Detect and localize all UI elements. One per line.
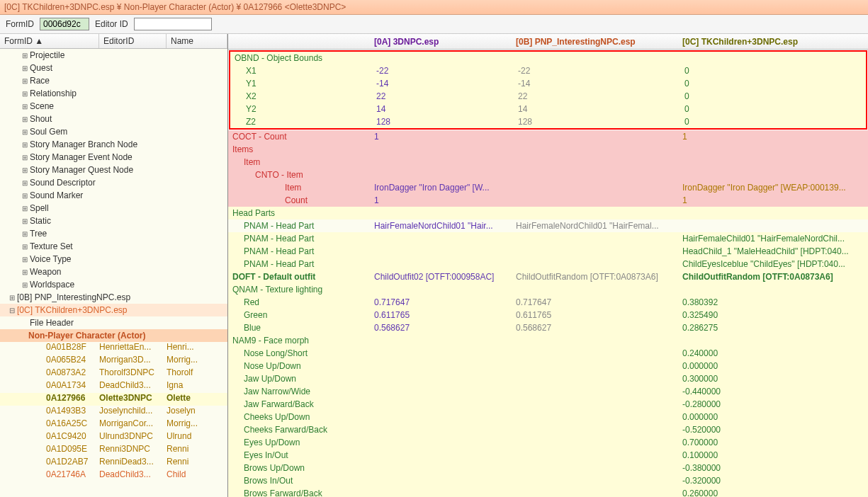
npc-row[interactable]: 0A21746ADeadChild3...Child: [0, 469, 227, 482]
col-editorid[interactable]: EditorID: [99, 34, 167, 48]
col-source-c[interactable]: [0C] TKChildren+3DNPC.esp: [678, 35, 868, 49]
data-row[interactable]: Green0.6117650.6117650.325490: [228, 309, 868, 321]
data-row[interactable]: DOFT - Default outfitChildOutfit02 [OTFT…: [228, 270, 868, 283]
data-row[interactable]: Cheeks Farward/Back-0.520000: [228, 423, 868, 436]
expand-icon[interactable]: ⊞: [20, 268, 30, 276]
tree-item[interactable]: ⊞Story Manager Quest Node: [0, 164, 227, 176]
expand-icon[interactable]: ⊞: [20, 103, 30, 110]
tree-item[interactable]: ⊞Relationship: [0, 87, 227, 100]
expand-icon[interactable]: ⊞: [20, 128, 30, 136]
tree-item[interactable]: ⊞Soul Gem: [0, 125, 227, 138]
data-row[interactable]: Cheeks Up/Down0.000000: [228, 411, 868, 423]
data-row[interactable]: Item: [228, 156, 868, 168]
data-row[interactable]: PNAM - Head PartHeadChild_1 "MaleHeadChi…: [228, 245, 868, 258]
data-row[interactable]: Y1-14-140: [230, 77, 866, 90]
expand-icon[interactable]: ⊞: [20, 52, 30, 59]
col-source-b[interactable]: [0B] PNP_InterestingNPC.esp: [512, 35, 678, 49]
col-formid[interactable]: FormID ▲: [0, 34, 99, 48]
formid-input[interactable]: [40, 18, 89, 30]
npc-row[interactable]: 0A0873A2Thorolf3DNPCThorolf: [0, 367, 227, 380]
expand-icon[interactable]: ⊞: [20, 64, 30, 72]
tree-item[interactable]: ⊞Quest: [0, 62, 227, 74]
expand-icon[interactable]: ⊞: [20, 281, 30, 289]
data-row[interactable]: QNAM - Texture lighting: [228, 283, 868, 296]
col-name[interactable]: Name: [167, 34, 227, 48]
data-row[interactable]: Nose Up/Down0.000000: [228, 360, 868, 372]
data-row[interactable]: X222220: [230, 90, 866, 103]
data-row[interactable]: Eyes In/Out0.100000: [228, 449, 868, 462]
expand-icon[interactable]: ⊞: [20, 179, 30, 187]
col-source-a[interactable]: [0A] 3DNPC.esp: [370, 35, 512, 49]
tree-item[interactable]: ⊞Texture Set: [0, 240, 227, 253]
data-row[interactable]: Y214140: [230, 103, 866, 115]
expand-icon[interactable]: ⊞: [20, 115, 30, 123]
data-row[interactable]: PNAM - Head PartHairFemaleChild01 "HairF…: [228, 232, 868, 245]
tree-item[interactable]: ⊞Scene: [0, 100, 227, 113]
tree-item[interactable]: ⊞Sound Descriptor: [0, 176, 227, 189]
editorid-input[interactable]: [134, 18, 212, 30]
data-row[interactable]: Brows Up/Down-0.380000: [228, 462, 868, 474]
data-row[interactable]: CNTO - Item: [228, 168, 868, 181]
npc-row[interactable]: 0A065B24Morrigan3D...Morrig...: [0, 355, 227, 367]
tree-item[interactable]: ⊞Static: [0, 215, 227, 227]
data-row[interactable]: Brows In/Out-0.320000: [228, 474, 868, 487]
data-row[interactable]: Blue0.5686270.5686270.286275: [228, 321, 868, 334]
npc-row[interactable]: 0A01B28FHenriettaEn...Henri...: [0, 342, 227, 355]
tree-item[interactable]: ⊞Race: [0, 74, 227, 87]
data-row[interactable]: Jaw Up/Down0.300000: [228, 372, 868, 385]
data-row[interactable]: ItemIronDagger "Iron Dagger" [W...IronDa…: [228, 181, 868, 194]
tree-item[interactable]: ⊞Story Manager Branch Node: [0, 138, 227, 151]
npc-row[interactable]: 0A1493B3Joselynchild...Joselyn: [0, 406, 227, 418]
record-group[interactable]: Non-Player Character (Actor): [0, 329, 227, 342]
data-row[interactable]: OBND - Object Bounds: [230, 52, 866, 64]
tree-item[interactable]: ⊞Projectile: [0, 49, 227, 62]
tree-item[interactable]: ⊞Voice Type: [0, 253, 227, 265]
expand-icon[interactable]: ⊞: [20, 230, 30, 238]
tree-item[interactable]: ⊞Tree: [0, 227, 227, 240]
data-row[interactable]: Z21281280: [230, 115, 866, 128]
record-tree[interactable]: ⊞Projectile⊞Quest⊞Race⊞Relationship⊞Scen…: [0, 49, 227, 497]
plugin-row[interactable]: ⊞[0B] PNP_InterestingNPC.esp: [0, 291, 227, 304]
left-column-headers[interactable]: FormID ▲ EditorID Name: [0, 34, 227, 49]
data-row[interactable]: NAM9 - Face morph: [228, 334, 868, 347]
tree-item[interactable]: ⊞Sound Marker: [0, 189, 227, 202]
npc-row[interactable]: 0A1C9420Ulrund3DNPCUlrund: [0, 431, 227, 444]
npc-row[interactable]: 0A16A25CMorriganCor...Morrig...: [0, 418, 227, 431]
tree-item[interactable]: ⊞Weapon: [0, 265, 227, 278]
data-row[interactable]: Items: [228, 143, 868, 156]
expand-icon[interactable]: ⊞: [20, 243, 30, 251]
expand-icon[interactable]: ⊞: [20, 217, 30, 225]
data-row[interactable]: PNAM - Head PartChildEyesIceblue "ChildE…: [228, 258, 868, 270]
data-row[interactable]: COCT - Count11: [228, 130, 868, 143]
tree-item[interactable]: ⊞Spell: [0, 202, 227, 215]
expand-icon[interactable]: ⊞: [20, 166, 30, 174]
data-row[interactable]: Red0.7176470.7176470.380392: [228, 296, 868, 309]
expand-icon[interactable]: ⊞: [20, 154, 30, 161]
data-row[interactable]: X1-22-220: [230, 64, 866, 77]
collapse-icon[interactable]: ⊟: [7, 307, 17, 314]
plugin-row-selected[interactable]: ⊟[0C] TKChildren+3DNPC.esp: [0, 304, 227, 316]
data-row[interactable]: Brows Farward/Back0.260000: [228, 487, 868, 497]
data-row[interactable]: Jaw Narrow/Wide-0.440000: [228, 385, 868, 398]
data-row[interactable]: Count11: [228, 194, 868, 207]
expand-icon[interactable]: ⊞: [20, 192, 30, 200]
tree-item[interactable]: ⊞Story Manager Event Node: [0, 151, 227, 164]
data-row[interactable]: Head Parts: [228, 207, 868, 219]
npc-row[interactable]: 0A1D2AB7RenniDead3...Renni: [0, 457, 227, 469]
record-compare-grid[interactable]: OBND - Object BoundsX1-22-220Y1-14-140X2…: [228, 50, 868, 497]
npc-row[interactable]: 0A0A1734DeadChild3...Igna: [0, 380, 227, 393]
expand-icon[interactable]: ⊞: [7, 294, 17, 302]
data-row[interactable]: Eyes Up/Down0.700000: [228, 436, 868, 449]
tree-item[interactable]: ⊞Worldspace: [0, 278, 227, 291]
expand-icon[interactable]: ⊞: [20, 256, 30, 263]
npc-row[interactable]: 0A127966Olette3DNPCOlette: [0, 393, 227, 406]
npc-row[interactable]: 0A1D095ERenni3DNPCRenni: [0, 444, 227, 457]
expand-icon[interactable]: ⊞: [20, 205, 30, 212]
data-row[interactable]: Nose Long/Short0.240000: [228, 347, 868, 360]
expand-icon[interactable]: ⊞: [20, 90, 30, 98]
data-row[interactable]: Jaw Farward/Back-0.280000: [228, 398, 868, 411]
tree-item[interactable]: File Header: [0, 316, 227, 329]
expand-icon[interactable]: ⊞: [20, 77, 30, 85]
data-row[interactable]: PNAM - Head PartHairFemaleNordChild01 "H…: [228, 219, 868, 232]
tree-item[interactable]: ⊞Shout: [0, 113, 227, 125]
